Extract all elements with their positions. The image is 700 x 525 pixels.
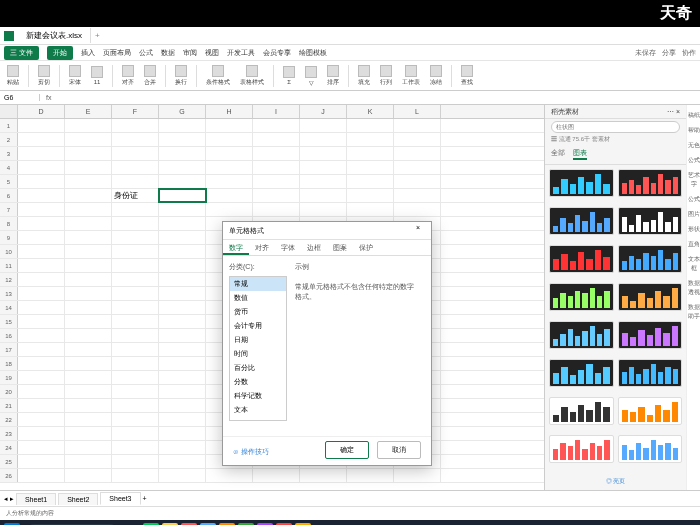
chart-template-13[interactable]: [618, 397, 683, 425]
row-header-19[interactable]: 19: [0, 371, 18, 384]
cell-E1[interactable]: [65, 119, 112, 132]
dialog-tab-图案[interactable]: 图案: [327, 240, 353, 255]
cell-H2[interactable]: [206, 133, 253, 146]
sheet-nav[interactable]: ◂ ▸: [4, 495, 14, 503]
menu-file[interactable]: 三 文件: [4, 46, 39, 60]
row-header-8[interactable]: 8: [0, 217, 18, 230]
cell-F12[interactable]: [112, 273, 159, 286]
cell-H4[interactable]: [206, 161, 253, 174]
col-header-D[interactable]: D: [18, 105, 65, 118]
cell-F15[interactable]: [112, 315, 159, 328]
cell-G11[interactable]: [159, 259, 206, 272]
chart-template-14[interactable]: [549, 435, 614, 463]
cell-G16[interactable]: [159, 329, 206, 342]
cell-E5[interactable]: [65, 175, 112, 188]
cell-G7[interactable]: [159, 203, 206, 216]
row-header-18[interactable]: 18: [0, 357, 18, 370]
cell-F10[interactable]: [112, 245, 159, 258]
panel-tab-全部[interactable]: 全部: [551, 148, 565, 160]
cell-F16[interactable]: [112, 329, 159, 342]
row-header-5[interactable]: 5: [0, 175, 18, 188]
cell-D11[interactable]: [18, 259, 65, 272]
cell-I2[interactable]: [253, 133, 300, 146]
cell-F5[interactable]: [112, 175, 159, 188]
format-button[interactable]: 条件格式: [203, 65, 233, 87]
cell-K5[interactable]: [347, 175, 394, 188]
wrap-button[interactable]: 换行: [172, 65, 190, 87]
sort-button[interactable]: 排序: [324, 65, 342, 87]
cell-E16[interactable]: [65, 329, 112, 342]
fx-button[interactable]: fx: [40, 94, 57, 101]
chart-template-10[interactable]: [549, 359, 614, 387]
cell-E26[interactable]: [65, 469, 112, 482]
cell-F7[interactable]: [112, 203, 159, 216]
select-all-corner[interactable]: [0, 105, 18, 118]
cell-D24[interactable]: [18, 441, 65, 454]
tag-公式[interactable]: 公式: [688, 156, 700, 165]
chart-template-8[interactable]: [549, 321, 614, 349]
cell-E2[interactable]: [65, 133, 112, 146]
cell-D19[interactable]: [18, 371, 65, 384]
category-特殊[interactable]: 特殊: [230, 417, 286, 421]
cell-D25[interactable]: [18, 455, 65, 468]
filter-button[interactable]: ▽: [302, 66, 320, 86]
cell-H5[interactable]: [206, 175, 253, 188]
menu-开始[interactable]: 开始: [47, 46, 73, 60]
align-button[interactable]: 对齐: [119, 65, 137, 87]
cell-I1[interactable]: [253, 119, 300, 132]
cell-K26[interactable]: [347, 469, 394, 482]
row-header-14[interactable]: 14: [0, 301, 18, 314]
category-数值[interactable]: 数值: [230, 291, 286, 305]
row-header-24[interactable]: 24: [0, 441, 18, 454]
cell-D8[interactable]: [18, 217, 65, 230]
row-header-13[interactable]: 13: [0, 287, 18, 300]
cell-D12[interactable]: [18, 273, 65, 286]
close-icon[interactable]: ×: [411, 224, 425, 238]
cell-F24[interactable]: [112, 441, 159, 454]
cell-F8[interactable]: [112, 217, 159, 230]
row-header-26[interactable]: 26: [0, 469, 18, 482]
cell-F1[interactable]: [112, 119, 159, 132]
tag-数据助手[interactable]: 数据助手: [687, 303, 700, 321]
cell-K7[interactable]: [347, 203, 394, 216]
cell-F25[interactable]: [112, 455, 159, 468]
tag-文本框[interactable]: 文本框: [687, 255, 700, 273]
menu-审阅[interactable]: 审阅: [183, 48, 197, 58]
cell-F23[interactable]: [112, 427, 159, 440]
cell-I4[interactable]: [253, 161, 300, 174]
sum-button[interactable]: Σ: [280, 66, 298, 85]
cancel-button[interactable]: 取消: [377, 441, 421, 459]
cell-F17[interactable]: [112, 343, 159, 356]
cell-D3[interactable]: [18, 147, 65, 160]
chart-template-15[interactable]: [618, 435, 683, 463]
col-header-J[interactable]: J: [300, 105, 347, 118]
help-link[interactable]: ⊙ 操作技巧: [233, 447, 269, 457]
cell-G21[interactable]: [159, 399, 206, 412]
cell-E9[interactable]: [65, 231, 112, 244]
cell-D22[interactable]: [18, 413, 65, 426]
name-box[interactable]: G6: [0, 94, 40, 101]
row-header-11[interactable]: 11: [0, 259, 18, 272]
cell-H7[interactable]: [206, 203, 253, 216]
col-header-H[interactable]: H: [206, 105, 253, 118]
cell-I7[interactable]: [253, 203, 300, 216]
chart-template-4[interactable]: [549, 245, 614, 273]
cell-D7[interactable]: [18, 203, 65, 216]
menu-right-未保存[interactable]: 未保存: [635, 48, 656, 58]
cell-F19[interactable]: [112, 371, 159, 384]
worksheet-button[interactable]: 工作表: [399, 65, 423, 87]
row-header-15[interactable]: 15: [0, 315, 18, 328]
cell-D9[interactable]: [18, 231, 65, 244]
row-header-23[interactable]: 23: [0, 427, 18, 440]
spreadsheet-grid[interactable]: DEFGHIJKL 123456身份证789101112131415161718…: [0, 105, 544, 490]
cell-E12[interactable]: [65, 273, 112, 286]
cell-G25[interactable]: [159, 455, 206, 468]
cell-F20[interactable]: [112, 385, 159, 398]
row-header-1[interactable]: 1: [0, 119, 18, 132]
cell-F3[interactable]: [112, 147, 159, 160]
cell-E21[interactable]: [65, 399, 112, 412]
cell-D14[interactable]: [18, 301, 65, 314]
menu-绘图模板[interactable]: 绘图模板: [299, 48, 327, 58]
cell-G20[interactable]: [159, 385, 206, 398]
cell-E22[interactable]: [65, 413, 112, 426]
